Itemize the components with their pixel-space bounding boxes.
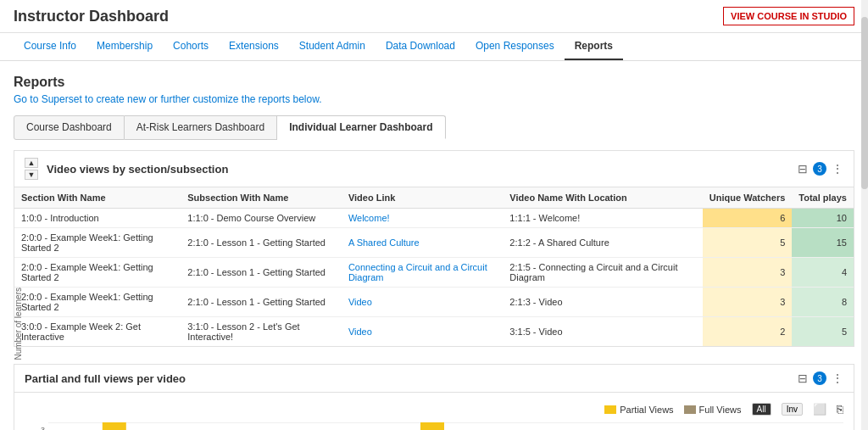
y-tick-3: 3	[41, 426, 45, 430]
cell-video-link: Connecting a Circuit and a Circuit Diagr…	[342, 258, 503, 288]
chart-more-options-icon[interactable]: ⋮	[832, 371, 843, 385]
cell-subsection: 1:1:0 - Demo Course Overview	[181, 209, 342, 228]
legend-partial-color	[604, 405, 616, 414]
cell-video-link: Video	[342, 317, 503, 347]
filter-icon[interactable]: ⊟	[798, 162, 808, 176]
table-row: 2:0:0 - Example Week1: Getting Started 2…	[14, 288, 854, 317]
filter-toggle-up[interactable]: ▲	[25, 158, 38, 168]
cell-video-name: 1:1:1 - Welcome!	[503, 209, 703, 228]
cell-subsection: 2:1:0 - Lesson 1 - Getting Started	[181, 288, 342, 317]
tab-course-info[interactable]: Course Info	[14, 33, 86, 60]
chart-filter-count: 3	[813, 371, 826, 385]
sub-tab-course-dashboard[interactable]: Course Dashboard	[14, 115, 125, 140]
chart-with-axis: 3 2.5 2 1.5 1 0.5 0 1:1:1 - Welcome!2:1:…	[25, 422, 843, 430]
sub-tabs: Course Dashboard At-Risk Learners Dashbo…	[14, 115, 854, 140]
cell-unique-watchers: 3	[703, 288, 792, 317]
cell-video-name: 3:1:5 - Video	[503, 317, 703, 347]
chart-filter-icon[interactable]: ⊟	[798, 371, 808, 385]
cell-video-name: 2:1:5 - Connecting a Circuit and a Circu…	[503, 258, 703, 288]
col-video-name: Video Name With Location	[503, 187, 703, 209]
tab-student-admin[interactable]: Student Admin	[289, 33, 376, 60]
col-section: Section With Name	[14, 187, 181, 209]
legend-full: Full Views	[684, 405, 742, 415]
reports-title: Reports	[14, 75, 854, 90]
superset-link[interactable]: Go to Superset to create new or further …	[14, 93, 854, 105]
col-total-plays: Total plays	[792, 187, 854, 209]
cell-unique-watchers: 6	[703, 209, 792, 228]
cell-total-plays: 4	[792, 258, 854, 288]
cell-total-plays: 10	[792, 209, 854, 228]
chart-copy-icon[interactable]: ⎘	[837, 403, 843, 416]
cell-unique-watchers: 5	[703, 228, 792, 258]
video-table-title: Video views by section/subsection	[47, 163, 228, 176]
chart-header: Partial and full views per video ⊟ 3 ⋮	[14, 365, 854, 393]
bar-chart-svg: 1:1:1 - Welcome!2:1:2 - A Shared Cu...2:…	[48, 422, 843, 430]
table-row: 3:0:0 - Example Week 2: Get Interactive …	[14, 317, 854, 347]
cell-video-link: Video	[342, 288, 503, 317]
cell-video-link: Welcome!	[342, 209, 503, 228]
video-link[interactable]: A Shared Culture	[348, 237, 420, 248]
cell-section: 1:0:0 - Introduction	[14, 209, 181, 228]
cell-subsection: 2:1:0 - Lesson 1 - Getting Started	[181, 228, 342, 258]
video-link[interactable]: Welcome!	[348, 213, 390, 223]
tab-data-download[interactable]: Data Download	[376, 33, 465, 60]
legend-inv-button[interactable]: Inv	[782, 403, 803, 416]
video-link[interactable]: Video	[348, 297, 372, 307]
col-video-link: Video Link	[342, 187, 503, 209]
col-unique-watchers: Unique Watchers	[703, 187, 792, 209]
cell-subsection: 2:1:0 - Lesson 1 - Getting Started	[181, 258, 342, 288]
legend-full-color	[684, 405, 696, 414]
sub-tab-individual-learner[interactable]: Individual Learner Dashboard	[277, 115, 445, 140]
top-header: Instructor Dashboard VIEW COURSE IN STUD…	[0, 0, 868, 33]
page-scrollbar[interactable]	[861, 0, 868, 430]
cell-section: 3:0:0 - Example Week 2: Get Interactive	[14, 317, 181, 347]
chart-canvas: 1:1:1 - Welcome!2:1:2 - A Shared Cu...2:…	[48, 422, 843, 430]
view-course-button[interactable]: VIEW COURSE IN STUDIO	[723, 7, 854, 25]
legend-all-button[interactable]: All	[752, 403, 771, 416]
main-nav: Course Info Membership Cohorts Extension…	[0, 33, 868, 61]
page-title: Instructor Dashboard	[14, 8, 169, 25]
chart-legend: Partial Views Full Views All Inv ⬜ ⎘	[25, 403, 843, 416]
tab-open-responses[interactable]: Open Responses	[465, 33, 565, 60]
filter-count-badge: 3	[813, 162, 826, 176]
cell-video-name: 2:1:3 - Video	[503, 288, 703, 317]
chart-actions: ⊟ 3 ⋮	[798, 371, 843, 385]
legend-full-label: Full Views	[699, 405, 742, 415]
scrollbar-thumb	[861, 17, 868, 189]
more-options-icon[interactable]: ⋮	[832, 162, 843, 176]
cell-total-plays: 15	[792, 228, 854, 258]
y-axis: 3 2.5 2 1.5 1 0.5 0	[25, 422, 48, 430]
table-row: 1:0:0 - Introduction 1:1:0 - Demo Course…	[14, 209, 854, 228]
bar-partial[interactable]	[420, 422, 444, 430]
chart-download-icon[interactable]: ⬜	[813, 403, 826, 416]
chart-title: Partial and full views per video	[25, 372, 186, 385]
table-row: 2:0:0 - Example Week1: Getting Started 2…	[14, 228, 854, 258]
bar-partial[interactable]	[103, 422, 126, 430]
tab-reports[interactable]: Reports	[565, 33, 623, 60]
tab-membership[interactable]: Membership	[86, 33, 163, 60]
main-content: Reports Go to Superset to create new or …	[0, 61, 868, 430]
filter-toggle-down[interactable]: ▼	[25, 170, 38, 180]
legend-partial: Partial Views	[604, 405, 673, 415]
video-table-section: ▲ ▼ Video views by section/subsection ⊟ …	[14, 150, 854, 347]
cell-section: 2:0:0 - Example Week1: Getting Started 2	[14, 258, 181, 288]
cell-subsection: 3:1:0 - Lesson 2 - Let's Get Interactive…	[181, 317, 342, 347]
chart-area: Partial Views Full Views All Inv ⬜ ⎘ 3	[14, 393, 854, 430]
sub-tab-at-risk[interactable]: At-Risk Learners Dashboard	[125, 115, 277, 140]
cell-section: 2:0:0 - Example Week1: Getting Started 2	[14, 288, 181, 317]
video-table-header: ▲ ▼ Video views by section/subsection ⊟ …	[14, 151, 854, 187]
cell-unique-watchers: 2	[703, 317, 792, 347]
cell-section: 2:0:0 - Example Week1: Getting Started 2	[14, 228, 181, 258]
y-axis-label: Number of learners	[14, 288, 23, 360]
video-views-table: Section With Name Subsection With Name V…	[14, 187, 854, 346]
cell-unique-watchers: 3	[703, 258, 792, 288]
cell-total-plays: 8	[792, 288, 854, 317]
video-link[interactable]: Connecting a Circuit and a Circuit Diagr…	[348, 262, 487, 282]
cell-video-link: A Shared Culture	[342, 228, 503, 258]
table-row: 2:0:0 - Example Week1: Getting Started 2…	[14, 258, 854, 288]
tab-cohorts[interactable]: Cohorts	[163, 33, 219, 60]
col-subsection: Subsection With Name	[181, 187, 342, 209]
video-link[interactable]: Video	[348, 327, 372, 337]
tab-extensions[interactable]: Extensions	[219, 33, 289, 60]
cell-total-plays: 5	[792, 317, 854, 347]
